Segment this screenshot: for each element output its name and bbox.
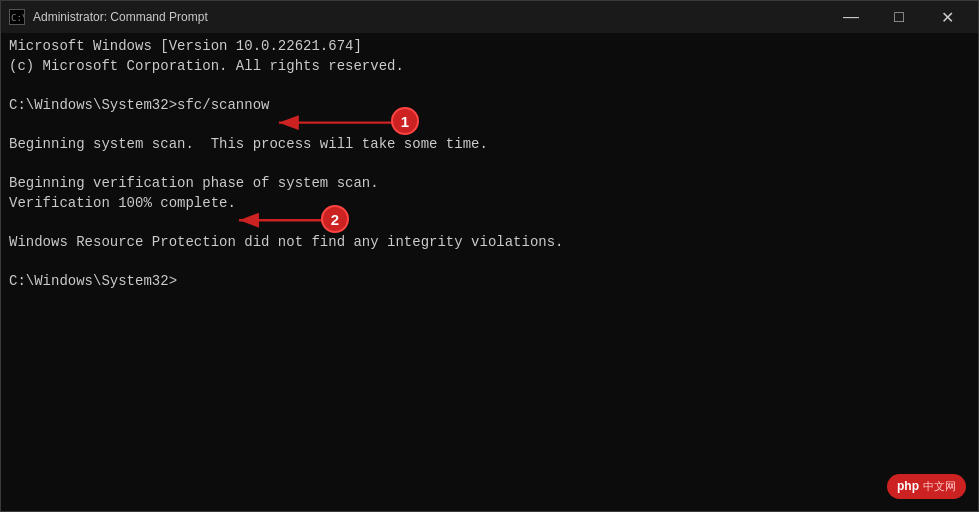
watermark-suffix: 中文网 <box>923 479 956 494</box>
terminal-line-9 <box>9 213 970 233</box>
terminal-line-6 <box>9 155 970 175</box>
terminal-line-1: (c) Microsoft Corporation. All rights re… <box>9 57 970 77</box>
minimize-button[interactable]: — <box>828 1 874 33</box>
watermark: php 中文网 <box>887 474 966 499</box>
svg-text:C:\: C:\ <box>11 13 24 23</box>
watermark-brand: php <box>897 478 919 495</box>
terminal-line-12: C:\Windows\System32> <box>9 272 970 292</box>
maximize-button[interactable]: □ <box>876 1 922 33</box>
terminal-line-7: Beginning verification phase of system s… <box>9 174 970 194</box>
window: C:\ Administrator: Command Prompt — □ ✕ … <box>0 0 979 512</box>
terminal-line-8: Verification 100% complete. <box>9 194 970 214</box>
title-bar: C:\ Administrator: Command Prompt — □ ✕ <box>1 1 978 33</box>
terminal-line-10: Windows Resource Protection did not find… <box>9 233 970 253</box>
window-title: Administrator: Command Prompt <box>33 10 208 24</box>
terminal-line-11 <box>9 253 970 273</box>
terminal-content: Microsoft Windows [Version 10.0.22621.67… <box>1 33 978 511</box>
terminal-line-2 <box>9 76 970 96</box>
cmd-icon: C:\ <box>9 9 25 25</box>
close-button[interactable]: ✕ <box>924 1 970 33</box>
terminal-line-3: C:\Windows\System32>sfc/scannow <box>9 96 970 116</box>
terminal-line-5: Beginning system scan. This process will… <box>9 135 970 155</box>
terminal-line-0: Microsoft Windows [Version 10.0.22621.67… <box>9 37 970 57</box>
terminal-line-4 <box>9 115 970 135</box>
title-bar-controls: — □ ✕ <box>828 1 970 33</box>
title-bar-left: C:\ Administrator: Command Prompt <box>9 9 208 25</box>
